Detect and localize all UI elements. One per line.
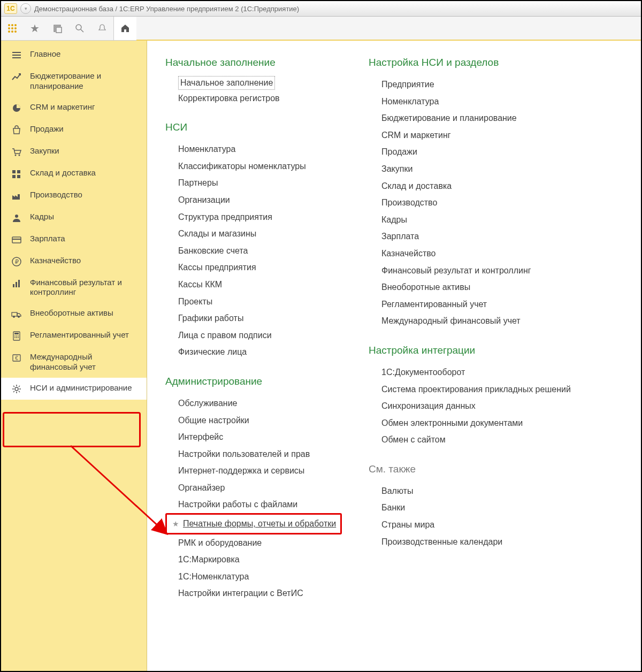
menu-link[interactable]: Корректировка регистров xyxy=(165,90,347,107)
search-button[interactable] xyxy=(68,17,91,40)
menu-link[interactable]: Структура предприятия xyxy=(165,209,347,226)
menu-link[interactable]: 1С:Номенклатура xyxy=(165,568,347,585)
sidebar-item-4[interactable]: Закупки xyxy=(1,141,147,163)
star-icon: ★ xyxy=(30,22,40,35)
toolbar: ★ xyxy=(1,17,641,41)
menu-link[interactable]: Финансовый результат и контроллинг xyxy=(369,262,593,279)
menu-link[interactable]: Печатные формы, отчеты и обработки xyxy=(171,516,336,531)
home-button[interactable] xyxy=(113,17,136,40)
menu-link[interactable]: Синхронизация данных xyxy=(369,398,593,415)
menu-link[interactable]: Интерфейс xyxy=(165,429,347,446)
menu-link[interactable]: Регламентированный учет xyxy=(369,296,593,313)
bag-icon xyxy=(11,125,22,135)
sidebar-item-7[interactable]: Кадры xyxy=(1,207,147,228)
svg-text:₽: ₽ xyxy=(15,258,19,265)
svg-point-9 xyxy=(76,25,81,30)
sidebar-item-label: Казначейство xyxy=(30,256,140,266)
sidebar-item-label: Производство xyxy=(30,190,140,200)
menu-link[interactable]: Графики работы xyxy=(165,310,347,327)
menu-link[interactable]: 1С:Документооборот xyxy=(369,364,593,381)
menu-link[interactable]: Валюты xyxy=(369,483,593,500)
menu-link[interactable]: CRM и маркетинг xyxy=(369,127,593,144)
menu-link[interactable]: Склад и доставка xyxy=(369,178,593,195)
svg-rect-22 xyxy=(12,237,21,243)
menu-link[interactable]: Партнеры xyxy=(165,174,347,192)
sidebar-item-14[interactable]: НСИ и администрирование xyxy=(1,378,147,400)
sidebar-item-6[interactable]: Производство xyxy=(1,185,147,207)
menu-link[interactable]: Кассы предприятия xyxy=(165,259,347,276)
menu-link[interactable]: Производство xyxy=(369,194,593,211)
menu-link[interactable]: Настройки работы с файлами xyxy=(165,496,347,513)
menu-link[interactable]: Организации xyxy=(165,192,347,209)
sidebar-item-3[interactable]: Продажи xyxy=(1,119,147,141)
menu-link[interactable]: РМК и оборудование xyxy=(165,534,347,552)
menu-link[interactable]: Номенклатура xyxy=(369,93,593,110)
menu-link[interactable]: Склады и магазины xyxy=(165,225,347,242)
menu-link[interactable]: Настройки интеграции с ВетИС xyxy=(165,585,347,602)
sidebar-item-10[interactable]: Финансовый результат и контроллинг xyxy=(1,272,147,303)
menu-link[interactable]: Производственные календари xyxy=(369,533,593,551)
section-title: Настройка НСИ и разделов xyxy=(369,57,593,68)
notifications-button[interactable] xyxy=(91,17,113,40)
menu-link[interactable]: Банковские счета xyxy=(165,242,347,259)
sidebar-item-1[interactable]: Бюджетирование и планирование xyxy=(1,66,147,97)
menu-link[interactable]: Зарплата xyxy=(369,228,593,245)
menu-link[interactable]: Продажи xyxy=(369,143,593,161)
section: АдминистрированиеОбслуживаниеОбщие настр… xyxy=(165,376,347,602)
menu-link[interactable]: Банки xyxy=(369,499,593,516)
svg-point-42 xyxy=(15,387,18,391)
sidebar-item-0[interactable]: Главное xyxy=(1,44,147,66)
menu-link[interactable]: Система проектирования прикладных решени… xyxy=(369,381,593,398)
menu-link[interactable]: 1С:Маркировка xyxy=(165,551,347,568)
history-button[interactable] xyxy=(46,17,68,40)
menu-link[interactable]: Настройки пользователей и прав xyxy=(165,446,347,463)
svg-point-37 xyxy=(14,337,16,338)
menu-link[interactable]: Интернет-поддержка и сервисы xyxy=(165,462,347,479)
menu-link[interactable]: Предприятие xyxy=(369,76,593,93)
menu-link[interactable]: Обмен с сайтом xyxy=(369,431,593,448)
menu-link[interactable]: Кадры xyxy=(369,211,593,228)
section: НСИНоменклатураКлассификаторы номенклату… xyxy=(165,121,347,361)
svg-line-10 xyxy=(81,29,83,32)
sidebar-item-label: НСИ и администрирование xyxy=(30,383,140,393)
menu-link[interactable]: Внеоборотные активы xyxy=(369,279,593,296)
menu-link[interactable]: Лица с правом подписи xyxy=(165,327,347,344)
menu-link[interactable]: Проекты xyxy=(165,293,347,310)
bell-icon xyxy=(97,24,107,33)
section: См. такжеВалютыБанкиСтраны мираПроизводс… xyxy=(369,463,593,550)
sidebar-item-13[interactable]: €Международный финансовый учет xyxy=(1,347,147,378)
menu-link[interactable]: Органайзер xyxy=(165,479,347,497)
menu-link[interactable]: Закупки xyxy=(369,161,593,178)
menu-link[interactable]: Общие настройки xyxy=(165,412,347,429)
sidebar-item-12[interactable]: Регламентированный учет xyxy=(1,325,147,347)
section-title: НСИ xyxy=(165,121,347,133)
svg-point-30 xyxy=(13,316,15,318)
sidebar-item-2[interactable]: CRM и маркетинг xyxy=(1,97,147,119)
sidebar-item-5[interactable]: Склад и доставка xyxy=(1,163,147,185)
menu-link[interactable]: Классификаторы номенклатуры xyxy=(165,158,347,175)
sidebar-item-11[interactable]: Внеоборотные активы xyxy=(1,303,147,325)
menu-link[interactable]: Обмен электронными документами xyxy=(369,415,593,432)
svg-point-1 xyxy=(11,24,13,26)
menu-link[interactable]: Страны мира xyxy=(369,516,593,533)
menu-link[interactable]: Физические лица xyxy=(165,343,347,361)
sidebar-item-label: Регламентированный учет xyxy=(30,330,140,340)
menu-link[interactable]: Кассы ККМ xyxy=(165,276,347,293)
favorites-button[interactable]: ★ xyxy=(24,17,46,40)
apps-button[interactable] xyxy=(1,17,24,40)
sidebar-item-8[interactable]: Зарплата xyxy=(1,228,147,250)
menu-link[interactable]: Номенклатура xyxy=(165,141,347,158)
menu-link[interactable]: Начальное заполнение xyxy=(178,76,275,90)
dropdown-button[interactable]: ▾ xyxy=(20,3,31,14)
logo-1c-icon: 1C xyxy=(4,3,17,14)
svg-rect-20 xyxy=(17,175,20,178)
svg-point-34 xyxy=(14,335,16,337)
svg-point-31 xyxy=(18,316,20,318)
sidebar-item-9[interactable]: ₽Казначейство xyxy=(1,250,147,272)
menu-link[interactable]: Бюджетирование и планирование xyxy=(369,110,593,127)
svg-point-39 xyxy=(18,337,19,338)
svg-point-3 xyxy=(8,27,10,29)
menu-link[interactable]: Обслуживание xyxy=(165,395,347,412)
menu-link[interactable]: Международный финансовый учет xyxy=(369,312,593,330)
menu-link[interactable]: Казначейство xyxy=(369,245,593,262)
